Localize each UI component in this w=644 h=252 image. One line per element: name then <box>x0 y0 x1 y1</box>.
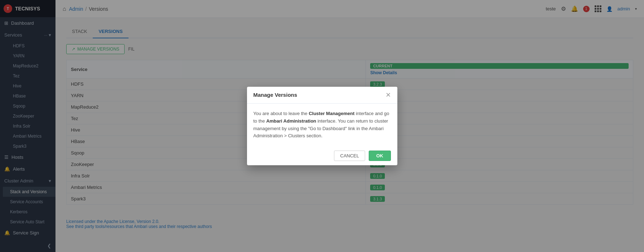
ok-button[interactable]: OK <box>369 151 391 161</box>
manage-versions-modal: Manage Versions ✕ You are about to leave… <box>247 87 397 165</box>
modal-header: Manage Versions ✕ <box>247 87 397 104</box>
modal-overlay: Manage Versions ✕ You are about to leave… <box>0 0 644 252</box>
ambari-admin-text: Ambari Administration <box>266 118 316 124</box>
modal-text-part1: You are about to leave the <box>253 111 309 116</box>
modal-footer: CANCEL OK <box>247 146 397 165</box>
modal-title: Manage Versions <box>253 92 297 98</box>
cancel-button[interactable]: CANCEL <box>334 151 365 161</box>
modal-close-button[interactable]: ✕ <box>386 92 391 98</box>
cluster-mgmt-text: Cluster Management <box>309 111 354 116</box>
modal-body: You are about to leave the Cluster Manag… <box>247 104 397 146</box>
